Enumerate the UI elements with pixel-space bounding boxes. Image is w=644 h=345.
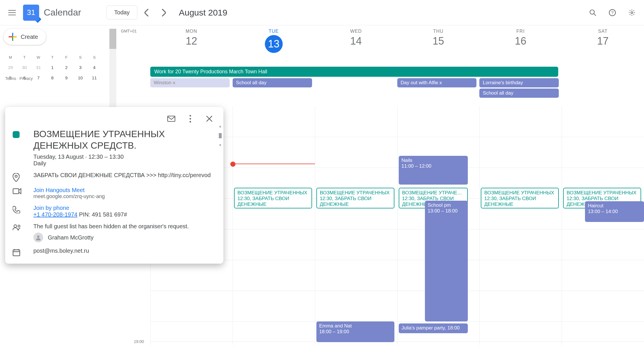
prev-week-button[interactable] xyxy=(140,5,154,20)
join-phone-link[interactable]: Join by phone xyxy=(33,205,216,211)
search-icon xyxy=(589,9,596,16)
day-header-mon[interactable]: MON12 xyxy=(150,29,233,53)
event-spam-wed[interactable]: ВОЗМЕЩЕНИЕ УТРАЧЕННЫХ12:30, ЗАБРАТЬ СВОИ… xyxy=(316,188,394,208)
day-header-wed[interactable]: WED14 xyxy=(315,29,397,53)
mini-head-s2: S xyxy=(87,55,101,60)
mail-icon xyxy=(167,116,175,122)
popover-location[interactable]: ЗАБРАТЬ СВОИ ДЕНЕЖНЫЕ СРЕДСТВА >>> http:… xyxy=(33,172,216,182)
mini-day[interactable]: 10 xyxy=(73,73,88,83)
mini-head-s: S xyxy=(73,55,88,60)
create-label: Create xyxy=(21,34,38,40)
popover-datetime: Tuesday, 13 August · 12:30 – 13:30 xyxy=(33,154,216,160)
search-button[interactable] xyxy=(584,4,601,21)
create-event-button[interactable]: Create xyxy=(3,29,46,45)
mini-day[interactable]: 8 xyxy=(45,73,60,83)
close-popover-button[interactable] xyxy=(203,112,216,125)
event-school-pm[interactable]: School pm13:00 – 18:00 xyxy=(425,201,468,321)
event-haircut[interactable]: Haircut13:00 – 14:00 xyxy=(585,201,644,222)
event-nails[interactable]: Nails11:00 – 12:00 xyxy=(399,156,468,185)
mini-day[interactable]: 9 xyxy=(59,73,73,83)
day-header-fri[interactable]: FRI16 xyxy=(479,29,562,53)
allday-event-school-fri[interactable]: School all day xyxy=(479,89,559,98)
event-spam-tue[interactable]: ВОЗМЕЩЕНИЕ УТРАЧЕННЫХ12:30, ЗАБРАТЬ СВОИ… xyxy=(234,188,312,208)
svg-point-8 xyxy=(189,121,191,122)
hamburger-menu-button[interactable] xyxy=(3,4,21,21)
event-julia[interactable]: Julia's pamper party, 18:00 xyxy=(399,323,468,333)
event-details-popover: ▲▼ ВОЗМЕЩЕНИЕ УТРАЧЕННЫХ ДЕНЕЖНЫХ СРЕДСТ… xyxy=(5,107,223,264)
chevron-right-icon xyxy=(161,9,166,16)
header-bar: 31 Calendar Today August 2019 ? xyxy=(0,0,644,25)
mini-head-m: M xyxy=(3,55,18,60)
svg-point-11 xyxy=(14,225,17,227)
svg-point-9 xyxy=(15,175,17,178)
allday-event-lorraine[interactable]: Lorraine's birthday xyxy=(479,78,559,87)
svg-point-13 xyxy=(37,235,39,238)
mini-head-w: W xyxy=(31,55,45,60)
plus-icon xyxy=(9,33,17,41)
guest-row[interactable]: Graham McGrotty xyxy=(33,233,216,242)
mini-day[interactable]: 7 xyxy=(31,73,45,83)
col-fri[interactable]: ВОЗМЕЩЕНИЕ УТРАЧЕННЫХ12:30, ЗАБРАТЬ СВОИ… xyxy=(479,106,562,345)
mini-day[interactable]: 2 xyxy=(59,62,73,73)
calendar-logo: 31 xyxy=(23,5,39,21)
gear-icon xyxy=(628,9,636,16)
join-meet-link[interactable]: Join Hangouts Meet xyxy=(33,187,216,193)
hamburger-icon xyxy=(8,10,16,15)
allday-event-school[interactable]: School all day xyxy=(233,78,312,87)
allday-section: Work for 20 Twenty Productions March Tow… xyxy=(150,67,644,98)
settings-button[interactable] xyxy=(623,4,641,21)
event-color-swatch xyxy=(13,131,20,138)
svg-rect-10 xyxy=(13,189,19,194)
day-header-sat[interactable]: SAT17 xyxy=(562,29,644,53)
meet-url: meet.google.com/zrq-uync-ang xyxy=(33,193,216,200)
mini-day[interactable]: 29 xyxy=(3,62,18,73)
svg-point-7 xyxy=(189,118,191,119)
chevron-left-icon xyxy=(145,9,149,16)
current-month-label: August 2019 xyxy=(179,8,227,18)
allday-event-winston[interactable]: Winston x xyxy=(150,78,230,87)
allday-event-alfie[interactable]: Day out with Alfie x xyxy=(397,78,477,87)
svg-rect-5 xyxy=(168,116,175,122)
col-tue[interactable]: ВОЗМЕЩЕНИЕ УТРАЧЕННЫХ12:30, ЗАБРАТЬ СВОИ… xyxy=(233,106,315,345)
kebab-icon xyxy=(189,115,191,122)
next-week-button[interactable] xyxy=(156,5,171,20)
mini-head-t: T xyxy=(18,55,32,60)
today-button[interactable]: Today xyxy=(107,5,137,20)
phone-number-link[interactable]: +1 470-208-1974 xyxy=(33,211,77,218)
day-header-tue[interactable]: TUE13 xyxy=(233,29,315,53)
event-emma[interactable]: Emma and Nat18:00 – 19:00 xyxy=(316,321,394,342)
col-sat[interactable]: ВОЗМЕЩЕНИЕ УТРАЧЕННЫХ12:30, ЗАБРАТЬ СВОИ… xyxy=(562,106,644,345)
multiday-event[interactable]: Work for 20 Twenty Productions March Tow… xyxy=(150,67,558,77)
person-icon xyxy=(35,235,41,240)
timezone-label: GMT+01 xyxy=(121,29,137,33)
mini-day[interactable]: 11 xyxy=(87,73,101,83)
guests-note: The full guest list has been hidden at t… xyxy=(33,223,216,230)
mini-day[interactable]: 3 xyxy=(73,62,88,73)
video-icon xyxy=(13,187,28,200)
time-grid[interactable]: ВОЗМЕЩЕНИЕ УТРАЧЕННЫХ12:30, ЗАБРАТЬ СВОИ… xyxy=(150,106,644,345)
phone-icon xyxy=(13,205,28,218)
help-button[interactable]: ? xyxy=(604,4,621,21)
mini-day[interactable]: 4 xyxy=(87,62,101,73)
close-icon xyxy=(206,116,212,122)
mini-day[interactable]: 1 xyxy=(45,62,60,73)
svg-point-4 xyxy=(631,12,633,14)
event-spam-fri[interactable]: ВОЗМЕЩЕНИЕ УТРАЧЕННЫХ12:30, ЗАБРАТЬ СВОИ… xyxy=(481,188,559,208)
organiser-email: post@ms.boley.net.ru xyxy=(33,248,216,256)
popover-scrollbar[interactable]: ▲▼ xyxy=(218,124,222,147)
col-thu[interactable]: Nails11:00 – 12:00 ВОЗМЕЩЕНИЕ УТРАЧЕННЫХ… xyxy=(397,106,480,345)
footer-links[interactable]: Terms · Privacy xyxy=(5,76,33,81)
mini-day[interactable]: 30 xyxy=(18,62,32,73)
popover-recurrence: Daily xyxy=(33,160,216,167)
col-wed[interactable]: ВОЗМЕЩЕНИЕ УТРАЧЕННЫХ12:30, ЗАБРАТЬ СВОИ… xyxy=(315,106,397,345)
sidebar: Create M T W T F S S 29 30 31 1 2 3 4 5 … xyxy=(0,25,112,83)
email-guests-button[interactable] xyxy=(165,112,178,125)
calendar-icon xyxy=(13,248,28,256)
mini-day[interactable]: 31 xyxy=(31,62,45,73)
svg-text:?: ? xyxy=(611,10,613,15)
svg-line-1 xyxy=(594,14,596,16)
svg-point-12 xyxy=(18,225,20,227)
more-options-button[interactable] xyxy=(184,112,197,125)
sidebar-scrollbar[interactable] xyxy=(109,29,116,109)
day-header-thu[interactable]: THU15 xyxy=(397,29,480,53)
